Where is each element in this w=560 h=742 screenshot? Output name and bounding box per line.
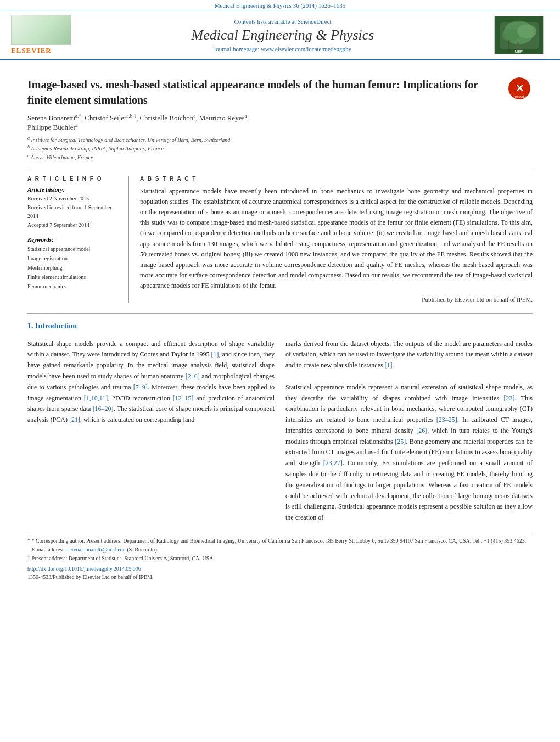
elsevier-logo-section: ELSEVIER [11,15,71,55]
journal-logo-image: MEP [494,16,544,54]
paper-title: Image-based vs. mesh-based statistical a… [27,77,508,108]
introduction-heading: 1. Introduction [27,322,533,331]
revised-date: Received in revised form 1 September 201… [27,203,120,221]
paper-title-section: Image-based vs. mesh-based statistical a… [27,77,533,108]
footnote-1: 1 Present address: Department of Statist… [27,554,533,563]
article-info-column: A R T I C L E I N F O Article history: R… [27,176,129,303]
svg-point-2 [24,25,43,38]
footnote-email: E-mail address: serena.bonaretti@ucsf.ed… [27,545,533,554]
journal-citation: Medical Engineering & Physics 36 (2014) … [215,2,345,9]
elsevier-label: ELSEVIER [11,46,52,55]
intro-left-text: Statistical shape models provide a compa… [27,339,275,426]
body-two-column: Statistical shape models provide a compa… [27,339,533,524]
body-right-column: marks derived from the dataset objects. … [285,339,533,524]
abstract-text: Statistical appearance models have recen… [140,186,533,292]
ref-25b[interactable]: [25] [395,438,406,445]
svg-text:MEP: MEP [515,49,523,53]
abstract-label: A B S T R A C T [140,176,533,182]
keywords-section: Keywords: Statistical appearance model I… [27,236,120,291]
science-direct-link[interactable]: ScienceDirect [298,18,332,25]
keyword-3: Mesh morphing [27,263,120,272]
ref-12-15[interactable]: [12–15] [173,394,194,402]
svg-rect-5 [27,34,29,42]
ref-21[interactable]: [21] [69,416,80,423]
footnotes-section: * * Corresponding author. Present addres… [27,532,533,582]
svg-text:✕: ✕ [516,83,524,94]
article-info-abstract: A R T I C L E I N F O Article history: R… [27,176,533,303]
ref-1b[interactable]: [1] [385,361,393,369]
received-date: Received 2 November 2013 [27,194,120,203]
journal-header: ELSEVIER Contents lists available at Sci… [0,10,560,60]
svg-point-9 [517,24,536,38]
svg-rect-11 [508,40,509,52]
svg-rect-4 [37,36,40,42]
available-text: Contents lists available at ScienceDirec… [71,18,494,25]
ref-23-25[interactable]: [23–25] [436,416,457,423]
accepted-date: Accepted 7 September 2014 [27,221,120,230]
svg-text:CrossMark: CrossMark [511,95,528,98]
author2-name: Christof Seiler [85,114,126,122]
authors-line: Serena Bonarettia,*, Christof Seilera,b,… [27,113,533,132]
ref-2-6[interactable]: [2–6] [186,372,200,380]
divider-2 [27,313,533,314]
ref-22[interactable]: [22] [503,394,514,402]
ref-16-20[interactable]: [16–20] [93,405,114,412]
journal-logo-right: MEP [494,16,549,54]
elsevier-logo-image [11,15,71,45]
keyword-4: Finite element simulations [27,272,120,282]
homepage-text: journal homepage: www.elsevier.com/locat… [71,46,494,52]
ref-7-9[interactable]: [7–9] [133,383,148,391]
crossmark-badge: ✕ CrossMark [508,77,533,102]
divider-1 [27,169,533,169]
homepage-url[interactable]: www.elsevier.com/locate/medengphy [261,46,351,52]
author5-name: Philippe Büchler [27,124,76,132]
paper-content: Image-based vs. mesh-based statistical a… [0,60,560,590]
affiliation-b: Asclepios Research Group, INRIA, Sophia … [31,146,164,152]
affiliation-a: Institute for Surgical Technology and Bi… [31,137,231,143]
svg-point-7 [504,20,534,44]
author1-name: Serena Bonaretti [27,114,75,122]
keyword-2: Image registration [27,254,120,263]
email-link[interactable]: serena.bonaretti@ucsf.edu [67,546,125,553]
abstract-published: Published by Elsevier Ltd on behalf of I… [140,296,533,303]
svg-point-3 [38,21,60,36]
issn-text: 1350-4533/Published by Elsevier Ltd on b… [27,573,533,582]
affiliations: a Institute for Surgical Technology and … [27,135,533,162]
abstract-column: A B S T R A C T Statistical appearance m… [140,176,533,303]
svg-rect-0 [12,15,71,45]
body-left-column: Statistical shape models provide a compa… [27,339,275,524]
svg-rect-6 [495,16,543,53]
intro-right-text: marks derived from the dataset objects. … [285,339,533,524]
ref-26[interactable]: [26] [416,427,427,434]
ref-1[interactable]: [1] [211,350,219,358]
author3-name: Christelle Boichon [139,114,193,122]
svg-point-8 [502,29,519,41]
article-history: Article history: Received 2 November 201… [27,186,120,230]
keywords-title: Keywords: [27,236,120,243]
svg-point-1 [25,19,58,40]
keyword-5: Femur mechanics [27,282,120,291]
introduction-section: 1. Introduction Statistical shape models… [27,322,533,524]
author4-name: Mauricio Reyes [199,114,245,122]
affiliation-c: Ansys, Villeurbanne, France [31,155,93,161]
top-bar: Medical Engineering & Physics 36 (2014) … [0,0,560,10]
ref-1-10-11[interactable]: [1,10,11] [84,394,108,402]
keyword-1: Statistical appearance model [27,244,120,254]
journal-header-center: Contents lists available at ScienceDirec… [71,18,494,52]
article-info-label: A R T I C L E I N F O [27,176,120,182]
doi-link[interactable]: http://dx.doi.org/10.1016/j.medengphy.20… [27,566,533,572]
footnote-star: * * Corresponding author. Present addres… [27,537,533,545]
ref-23-27[interactable]: [23,27] [323,459,343,467]
history-title: Article history: [27,186,120,193]
journal-title-main: Medical Engineering & Physics [71,27,494,43]
